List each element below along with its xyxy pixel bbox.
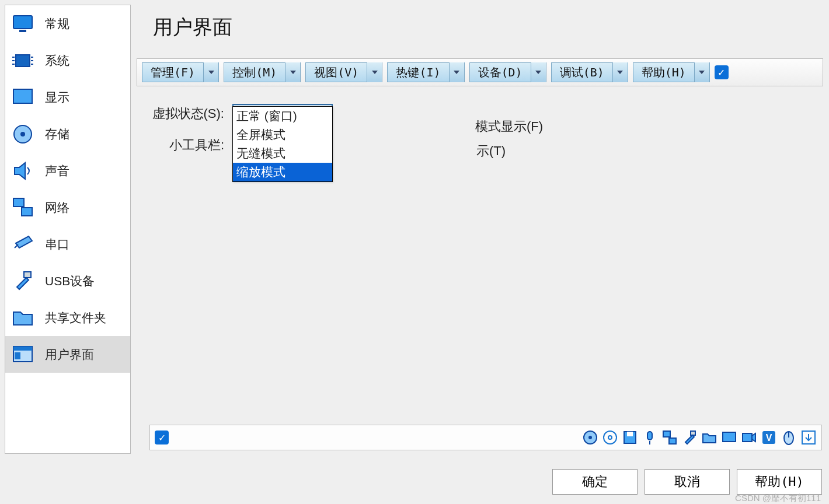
sidebar-item-system[interactable]: 系统 [5,42,130,79]
status-toolbar: V [149,425,822,450]
chevron-down-icon[interactable] [285,62,300,82]
menu-devices[interactable]: 设备(D) [469,62,546,82]
ui-icon [11,343,34,366]
menubar-check-toggle[interactable] [715,65,729,79]
sidebar-label: 存储 [45,126,69,142]
svg-rect-15 [24,272,31,278]
sidebar-label: 声音 [45,163,69,179]
svg-point-22 [608,436,612,439]
cd-icon[interactable] [602,429,618,446]
serial-icon [11,233,34,256]
chevron-down-icon[interactable] [203,62,218,82]
audio-icon[interactable] [642,429,658,446]
watermark: CSDN @靡不有初111 [735,493,821,504]
disk-icon [11,123,34,146]
svg-rect-9 [13,89,32,103]
svg-point-20 [588,436,592,439]
menu-control[interactable]: 控制(M) [224,62,301,82]
option-seamless[interactable]: 无缝模式 [233,144,332,163]
svg-rect-30 [723,432,736,442]
sidebar-label: 常规 [45,16,69,32]
sidebar-label: USB设备 [45,273,95,289]
sidebar-item-ui[interactable]: 用户界面 [5,336,130,373]
sidebar-label: 显示 [45,89,69,106]
sidebar-label: 系统 [45,52,69,69]
checkbox-text-t: 示(T) [476,142,506,160]
checkbox-text-fullscreen: 模式显示(F) [475,118,543,135]
chevron-down-icon[interactable] [612,62,628,82]
svg-rect-18 [15,352,20,359]
menu-help[interactable]: 帮助(H) [633,62,710,82]
chevron-down-icon[interactable] [449,62,464,82]
svg-rect-27 [663,431,670,437]
usb-icon[interactable] [681,429,698,446]
sidebar-label: 串口 [45,236,69,253]
menu-debug[interactable]: 调试(B) [551,62,628,82]
sidebar-item-general[interactable]: 常规 [5,5,130,42]
sidebar-label: 用户界面 [45,346,94,363]
svg-rect-0 [13,16,32,29]
settings-sidebar: 常规 系统 显示 存储 声音 网络 串口 USB设备 共享文件夹 用户界面 [5,5,131,454]
option-scaled[interactable]: 缩放模式 [233,163,332,181]
folder-icon[interactable] [701,429,717,446]
dialog-buttons: 确定 取消 帮助(H) [552,469,822,495]
form-area: 虚拟状态(S): 正常 (窗口) 小工具栏: 模式显示(F) 示(T) 正常 (… [137,86,823,167]
svg-rect-29 [691,431,695,435]
usb-icon [11,270,34,293]
sidebar-item-network[interactable]: 网络 [5,189,130,226]
svg-point-11 [20,132,25,136]
chip-icon [11,49,34,72]
svg-rect-28 [669,438,676,444]
virtual-state-dropdown[interactable]: 正常 (窗口) 全屏模式 无缝模式 缩放模式 [232,106,333,182]
display-icon[interactable] [721,429,737,446]
help-button[interactable]: 帮助(H) [737,469,822,495]
v-icon[interactable]: V [761,429,777,446]
svg-rect-24 [627,432,633,436]
statusbar-check-toggle[interactable] [155,430,169,444]
option-fullscreen[interactable]: 全屏模式 [233,125,332,144]
network-icon [11,196,34,219]
virtual-state-label: 虚拟状态(S): [137,105,224,123]
toolbar-label: 小工具栏: [137,136,224,154]
record-icon[interactable] [741,429,757,446]
down-arrow-icon[interactable] [800,429,817,446]
menu-view[interactable]: 视图(V) [305,62,382,82]
monitor-icon [11,12,34,36]
sidebar-item-shared[interactable]: 共享文件夹 [5,299,130,336]
menubar-toolbar: 管理(F) 控制(M) 视图(V) 热键(I) 设备(D) 调试(B) 帮助(H… [137,58,823,86]
floppy-icon[interactable] [622,429,638,446]
svg-text:V: V [766,433,772,443]
chevron-down-icon[interactable] [531,62,546,82]
main-panel: 用户界面 管理(F) 控制(M) 视图(V) 热键(I) 设备(D) 调试(B)… [137,5,823,167]
svg-rect-13 [22,208,32,216]
sidebar-item-display[interactable]: 显示 [5,79,130,116]
sidebar-item-usb[interactable]: USB设备 [5,262,130,299]
option-normal[interactable]: 正常 (窗口) [233,107,332,125]
svg-rect-31 [743,433,752,442]
display-icon [11,86,34,109]
status-icons: V [582,429,817,446]
mouse-icon[interactable] [781,429,797,446]
svg-point-21 [604,431,616,444]
chevron-down-icon[interactable] [694,62,709,82]
svg-rect-2 [16,55,30,66]
svg-rect-25 [647,432,652,440]
disk-icon[interactable] [582,429,598,446]
speaker-icon [11,159,34,183]
ok-button[interactable]: 确定 [552,469,638,495]
sidebar-label: 网络 [45,200,69,216]
chevron-down-icon[interactable] [367,62,382,82]
svg-rect-1 [19,30,26,32]
sidebar-item-storage[interactable]: 存储 [5,116,130,152]
cancel-button[interactable]: 取消 [645,469,730,495]
folder-icon [11,306,34,330]
svg-rect-12 [13,198,24,206]
sidebar-item-audio[interactable]: 声音 [5,152,130,189]
svg-rect-17 [13,346,32,351]
menu-manage[interactable]: 管理(F) [142,62,219,82]
sidebar-label: 共享文件夹 [45,310,106,326]
network-icon[interactable] [661,429,678,446]
menu-hotkey[interactable]: 热键(I) [387,62,464,82]
page-title: 用户界面 [137,5,823,58]
sidebar-item-serial[interactable]: 串口 [5,226,130,262]
